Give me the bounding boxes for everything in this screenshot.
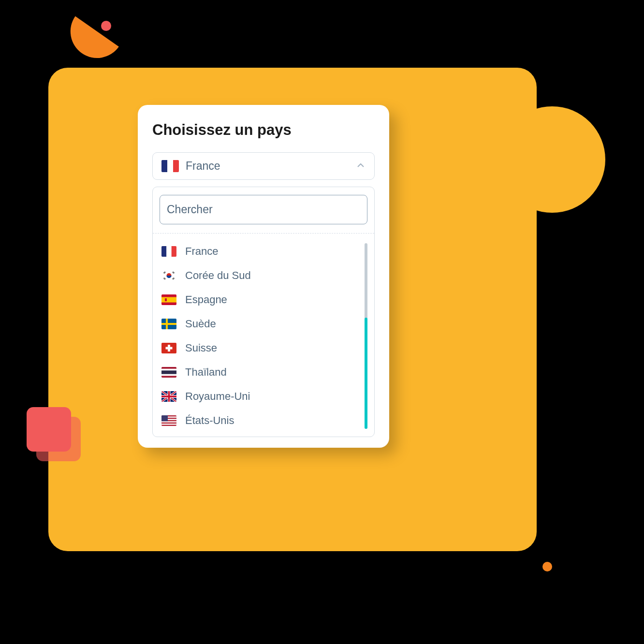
country-option-label: Corée du Sud xyxy=(185,269,251,282)
country-selector-card: Choisissez un pays France France Corée xyxy=(138,105,389,448)
search-input[interactable] xyxy=(160,195,367,224)
svg-rect-21 xyxy=(161,297,176,303)
svg-rect-3 xyxy=(161,246,166,257)
svg-rect-2 xyxy=(173,160,179,172)
country-option-korea[interactable]: Corée du Sud xyxy=(160,263,359,288)
chevron-up-icon xyxy=(356,161,366,172)
decorative-dot xyxy=(542,562,552,571)
scrollbar-thumb[interactable] xyxy=(365,318,367,429)
flag-switzerland-icon xyxy=(161,343,176,353)
decorative-square-overlay xyxy=(36,417,81,461)
country-option-france[interactable]: France xyxy=(160,239,359,263)
flag-sweden-icon xyxy=(161,319,176,329)
svg-rect-41 xyxy=(161,423,176,424)
country-dropdown: France Corée du Sud Espagne Suède xyxy=(152,187,375,437)
flag-france-icon xyxy=(161,160,179,172)
country-option-label: Espagne xyxy=(185,293,227,306)
country-select[interactable]: France xyxy=(152,152,375,180)
country-option-sweden[interactable]: Suède xyxy=(160,312,359,336)
svg-rect-5 xyxy=(172,246,176,257)
decorative-dot xyxy=(101,21,111,31)
country-option-spain[interactable]: Espagne xyxy=(160,288,359,312)
country-option-label: Suisse xyxy=(185,342,217,354)
country-option-label: Suède xyxy=(185,318,216,330)
country-option-label: États-Unis xyxy=(185,414,234,427)
country-option-thailand[interactable]: Thaïland xyxy=(160,360,359,384)
svg-rect-4 xyxy=(166,246,171,257)
country-option-label: Thaïland xyxy=(185,366,227,379)
svg-rect-28 xyxy=(166,347,173,350)
card-title: Choisissez un pays xyxy=(152,121,375,139)
country-options-list: France Corée du Sud Espagne Suède xyxy=(160,239,367,433)
country-option-usa[interactable]: États-Unis xyxy=(160,409,359,433)
svg-rect-1 xyxy=(167,160,173,172)
svg-rect-0 xyxy=(161,160,167,172)
flag-usa-icon xyxy=(161,415,176,426)
svg-rect-22 xyxy=(165,298,167,301)
flag-korea-icon xyxy=(161,270,176,281)
svg-rect-42 xyxy=(161,425,176,426)
svg-rect-36 xyxy=(161,395,176,397)
country-option-uk[interactable]: Royaume-Uni xyxy=(160,384,359,409)
flag-france-icon xyxy=(161,246,176,257)
svg-rect-43 xyxy=(161,415,168,421)
flag-thailand-icon xyxy=(161,367,176,378)
flag-uk-icon xyxy=(161,391,176,402)
dropdown-divider xyxy=(153,233,374,234)
svg-rect-31 xyxy=(161,370,176,374)
country-option-switzerland[interactable]: Suisse xyxy=(160,336,359,360)
country-option-label: Royaume-Uni xyxy=(185,390,250,403)
flag-spain-icon xyxy=(161,294,176,305)
svg-rect-25 xyxy=(161,323,176,325)
selected-country-label: France xyxy=(186,160,349,173)
country-option-label: France xyxy=(185,245,218,258)
